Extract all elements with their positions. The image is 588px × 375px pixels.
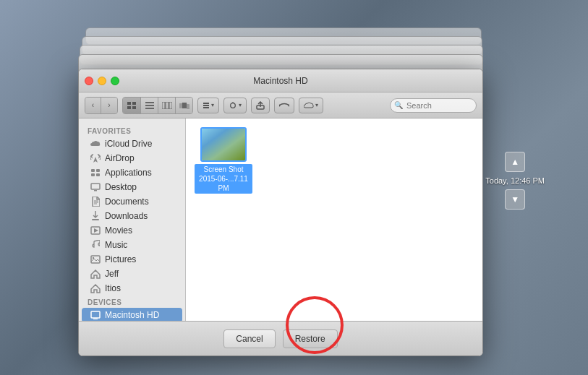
desktop-label: Desktop [105, 182, 137, 192]
nav-arrows: ‹ › [85, 97, 118, 114]
action-button[interactable]: ▾ [223, 98, 247, 113]
pictures-label: Pictures [105, 254, 136, 264]
finder-window: Macintosh HD ‹ › ▾ ▾ [78, 69, 483, 356]
tm-up-button[interactable]: ▲ [505, 152, 525, 172]
path-button[interactable] [274, 98, 294, 113]
macintosh-hd-icon [90, 310, 101, 320]
svg-rect-10 [182, 103, 187, 108]
svg-rect-13 [203, 103, 209, 104]
back-button[interactable]: ‹ [85, 98, 101, 113]
sidebar-item-itios[interactable]: Itios [82, 281, 182, 296]
applications-label: Applications [105, 168, 152, 178]
svg-rect-4 [145, 102, 154, 103]
list-view-button[interactable] [140, 98, 158, 113]
airdrop-icon [90, 153, 101, 163]
window-title: Macintosh HD [253, 76, 307, 86]
svg-rect-14 [203, 105, 209, 106]
share-button[interactable] [251, 98, 270, 113]
devices-label: Devices [79, 296, 185, 308]
svg-rect-1 [132, 102, 136, 105]
svg-rect-2 [127, 106, 131, 109]
svg-rect-23 [91, 173, 95, 176]
arrange-button[interactable]: ▾ [197, 98, 219, 113]
tm-time-label: Today, 12:46 PM [485, 176, 545, 185]
restore-button[interactable]: Restore [283, 329, 338, 348]
file-item-screenshot[interactable]: Screen Shot 2015-06-...7.11 PM [195, 127, 252, 194]
documents-icon [90, 197, 101, 207]
search-icon: 🔍 [394, 101, 403, 109]
airdrop-label: AirDrop [105, 153, 135, 163]
cancel-button[interactable]: Cancel [223, 329, 275, 348]
svg-rect-35 [91, 311, 100, 318]
documents-label: Documents [105, 197, 149, 207]
sidebar: FAVORITES iCloud Drive AirDrop Applicati… [79, 118, 186, 321]
svg-rect-11 [179, 103, 182, 108]
svg-rect-12 [187, 103, 189, 108]
music-label: Music [105, 240, 127, 250]
svg-rect-3 [132, 106, 136, 109]
svg-rect-36 [93, 319, 98, 319]
movies-label: Movies [105, 225, 132, 236]
desktop-icon [90, 182, 101, 192]
sidebar-item-airdrop[interactable]: AirDrop [82, 151, 182, 165]
macintosh-hd-label: Macintosh HD [105, 310, 159, 320]
forward-button[interactable]: › [101, 98, 117, 113]
cloud-button[interactable]: ▾ [299, 98, 323, 113]
svg-rect-25 [91, 184, 100, 189]
sidebar-item-desktop[interactable]: Desktop [82, 180, 182, 194]
column-view-button[interactable] [158, 98, 175, 113]
favorites-label: FAVORITES [79, 124, 185, 137]
icloud-icon [90, 139, 101, 149]
sidebar-item-music[interactable]: Music [82, 238, 182, 252]
maximize-button[interactable] [111, 77, 119, 85]
sidebar-item-pictures[interactable]: Pictures [82, 252, 182, 267]
svg-rect-22 [96, 169, 100, 172]
svg-rect-6 [145, 108, 154, 109]
title-bar: Macintosh HD [79, 69, 482, 92]
search-container: 🔍 [390, 98, 477, 113]
tm-down-button[interactable]: ▼ [505, 189, 525, 210]
toolbar: ‹ › ▾ ▾ [79, 92, 482, 118]
traffic-lights [85, 77, 119, 85]
music-icon [90, 240, 101, 250]
svg-rect-24 [96, 173, 100, 176]
movies-icon [90, 225, 101, 236]
file-name-label: Screen Shot 2015-06-...7.11 PM [195, 164, 252, 194]
pictures-icon [90, 254, 101, 264]
applications-icon [90, 168, 101, 178]
svg-rect-21 [91, 169, 95, 172]
sidebar-item-downloads[interactable]: Downloads [82, 209, 182, 223]
svg-rect-15 [203, 107, 209, 108]
time-machine-panel: ▲ Today, 12:46 PM ▼ [485, 152, 545, 210]
svg-rect-33 [91, 256, 100, 263]
svg-rect-30 [92, 219, 99, 220]
svg-rect-0 [127, 102, 131, 105]
svg-rect-18 [257, 105, 264, 109]
file-area: Screen Shot 2015-06-...7.11 PM [186, 118, 482, 321]
jeff-home-icon [90, 269, 101, 279]
downloads-icon [90, 211, 101, 221]
bottom-bar: Cancel Restore [79, 321, 482, 355]
close-button[interactable] [85, 77, 93, 85]
view-buttons [122, 97, 193, 114]
sidebar-item-documents[interactable]: Documents [82, 194, 182, 209]
svg-rect-9 [169, 102, 172, 109]
sidebar-item-icloud[interactable]: iCloud Drive [82, 137, 182, 151]
svg-marker-32 [94, 228, 98, 233]
svg-point-16 [231, 103, 236, 108]
sidebar-item-jeff[interactable]: Jeff [82, 267, 182, 281]
coverflow-view-button[interactable] [175, 98, 192, 113]
svg-rect-8 [166, 102, 169, 109]
search-input[interactable] [390, 98, 477, 113]
svg-rect-5 [145, 105, 154, 106]
svg-rect-7 [162, 102, 165, 109]
minimize-button[interactable] [98, 77, 106, 85]
sidebar-item-movies[interactable]: Movies [82, 223, 182, 238]
sidebar-item-macintosh-hd[interactable]: Macintosh HD [82, 308, 182, 321]
downloads-label: Downloads [105, 211, 148, 221]
sidebar-item-applications[interactable]: Applications [82, 165, 182, 180]
icloud-label: iCloud Drive [105, 139, 152, 149]
file-thumbnail [200, 127, 247, 162]
content-area: FAVORITES iCloud Drive AirDrop Applicati… [79, 118, 482, 321]
icon-view-button[interactable] [123, 98, 140, 113]
